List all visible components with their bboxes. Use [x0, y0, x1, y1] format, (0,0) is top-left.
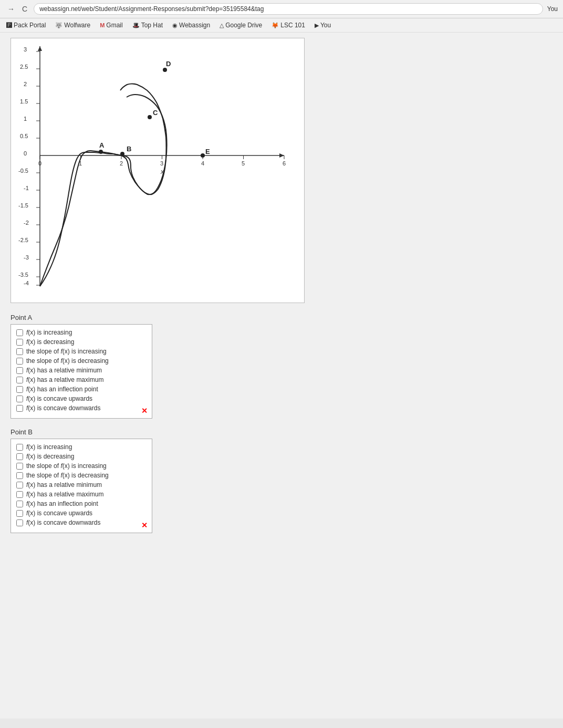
point-a-option-6[interactable]: f(x) has a relative maximum	[16, 376, 147, 383]
bookmark-gmail[interactable]: M Gmail	[98, 20, 125, 30]
lsc-icon: 🦊	[272, 22, 279, 29]
point-a-option-5[interactable]: f(x) has a relative minimum	[16, 367, 147, 374]
point-b-checkbox-5[interactable]	[16, 482, 23, 488]
svg-text:3: 3	[160, 160, 163, 167]
svg-text:-0.5: -0.5	[18, 168, 28, 174]
bookmark-label: Gmail	[106, 22, 122, 29]
bookmark-you[interactable]: ▶ You	[312, 20, 333, 30]
point-b-option-8[interactable]: f(x) is concave upwards	[16, 509, 147, 517]
point-b-checkbox-2[interactable]	[16, 453, 23, 460]
point-b-option-label-1: f(x) is increasing	[26, 443, 72, 451]
point-b-close-button[interactable]: ✕	[141, 521, 148, 529]
point-b-option-1[interactable]: f(x) is increasing	[16, 443, 147, 451]
forward-button[interactable]: C	[20, 4, 29, 14]
point-b-checkbox-8[interactable]	[16, 510, 23, 517]
point-a-checkbox-2[interactable]	[16, 339, 23, 346]
wolfware-icon: 🐺	[55, 22, 62, 29]
point-a-label: A	[99, 141, 105, 149]
point-a-checkbox-5[interactable]	[16, 367, 23, 374]
point-a-option-7[interactable]: f(x) has an inflection point	[16, 386, 147, 393]
bookmark-label: Google Drive	[225, 22, 262, 29]
point-b-label-text: Point B	[11, 428, 552, 436]
point-a-option-3[interactable]: the slope of f(x) is increasing	[16, 348, 147, 355]
svg-text:0: 0	[24, 150, 27, 157]
point-a-option-label-5: f(x) has a relative minimum	[26, 367, 102, 374]
point-a-checkbox-6[interactable]	[16, 377, 23, 383]
point-b-option-label-2: f(x) is decreasing	[26, 453, 74, 460]
point-b-checkbox-9[interactable]	[16, 519, 23, 526]
svg-text:-1: -1	[24, 185, 29, 191]
point-b-option-label-8: f(x) is concave upwards	[26, 509, 92, 517]
point-a-option-4[interactable]: the slope of f(x) is decreasing	[16, 357, 147, 365]
svg-text:-4: -4	[24, 280, 29, 286]
point-b-option-2[interactable]: f(x) is decreasing	[16, 453, 147, 460]
browser-navigation: → C	[5, 4, 29, 14]
svg-text:4: 4	[201, 160, 204, 167]
svg-text:-1.5: -1.5	[18, 202, 28, 209]
point-d-dot	[163, 68, 167, 72]
bookmark-label: LSC 101	[280, 22, 305, 29]
point-b-option-9[interactable]: f(x) is concave downwards	[16, 519, 147, 526]
back-button[interactable]: →	[5, 4, 17, 14]
svg-text:-2.5: -2.5	[18, 237, 28, 243]
point-b-checkbox-1[interactable]	[16, 444, 23, 451]
gmail-icon: M	[100, 22, 105, 28]
point-b-option-5[interactable]: f(x) has a relative minimum	[16, 481, 147, 488]
point-a-option-2[interactable]: f(x) is decreasing	[16, 338, 147, 346]
you-label: You	[547, 5, 558, 13]
point-a-checkbox-8[interactable]	[16, 396, 23, 402]
point-a-checkbox-3[interactable]	[16, 348, 23, 355]
point-b-option-4[interactable]: the slope of f(x) is decreasing	[16, 472, 147, 479]
svg-text:2: 2	[120, 160, 123, 167]
url-text: webassign.net/web/Student/Assignment-Res…	[39, 5, 264, 13]
point-b-option-label-5: f(x) has a relative minimum	[26, 481, 102, 488]
point-b-checkbox-4[interactable]	[16, 472, 23, 479]
point-a-close-button[interactable]: ✕	[141, 407, 148, 415]
bookmark-tophat[interactable]: 🎩 Top Hat	[130, 20, 165, 30]
point-a-checkbox-box: f(x) is increasing f(x) is decreasing th…	[11, 324, 152, 419]
point-a-checkbox-7[interactable]	[16, 386, 23, 393]
svg-text:1: 1	[24, 116, 27, 122]
svg-text:-3.5: -3.5	[18, 272, 28, 278]
tophat-icon: 🎩	[132, 22, 140, 29]
svg-text:2.5: 2.5	[20, 64, 28, 70]
bookmark-lsc101[interactable]: 🦊 LSC 101	[269, 20, 307, 30]
point-c-dot	[148, 115, 152, 119]
svg-marker-46	[279, 153, 284, 158]
point-b-option-7[interactable]: f(x) has an inflection point	[16, 500, 147, 507]
point-a-option-9[interactable]: f(x) is concave downwards	[16, 404, 147, 412]
point-a-dot	[99, 150, 103, 154]
point-b-option-label-3: the slope of f(x) is increasing	[26, 462, 107, 470]
point-b-option-label-9: f(x) is concave downwards	[26, 519, 100, 526]
svg-marker-45	[38, 46, 42, 51]
point-a-checkbox-1[interactable]	[16, 329, 23, 336]
url-bar[interactable]: webassign.net/web/Student/Assignment-Res…	[34, 3, 543, 15]
point-b-checkbox-6[interactable]	[16, 491, 23, 498]
point-a-option-label-8: f(x) is concave upwards	[26, 395, 92, 402]
graph-container: 3 2.5 2 1.5 1 0.5 0 -0.5 -1 -1.5 -2 -2.5…	[11, 38, 305, 303]
bookmark-label: You	[320, 22, 331, 29]
svg-text:2: 2	[24, 81, 27, 87]
point-b-checkbox-3[interactable]	[16, 463, 23, 470]
point-a-option-1[interactable]: f(x) is increasing	[16, 329, 147, 336]
bookmark-pack-portal[interactable]: 🅿 Pack Portal	[4, 20, 48, 30]
svg-text:5: 5	[242, 160, 245, 167]
bookmark-google-drive[interactable]: △ Google Drive	[217, 20, 264, 30]
point-b-checkbox-7[interactable]	[16, 501, 23, 507]
point-b-option-3[interactable]: the slope of f(x) is increasing	[16, 462, 147, 470]
point-b-option-6[interactable]: f(x) has a relative maximum	[16, 491, 147, 498]
point-b-option-label-7: f(x) has an inflection point	[26, 500, 98, 507]
point-a-option-8[interactable]: f(x) is concave upwards	[16, 395, 147, 402]
point-e-label: E	[205, 148, 210, 155]
svg-text:6: 6	[283, 160, 286, 167]
bookmark-label: Pack Portal	[14, 22, 46, 29]
bookmark-webassign[interactable]: ◉ Webassign	[170, 20, 212, 30]
you-icon: ▶	[315, 22, 319, 29]
point-a-checkbox-4[interactable]	[16, 358, 23, 365]
point-a-checkbox-9[interactable]	[16, 405, 23, 412]
bookmark-wolfware[interactable]: 🐺 Wolfware	[53, 20, 92, 30]
svg-text:-2: -2	[24, 220, 29, 226]
point-a-option-label-6: f(x) has a relative maximum	[26, 376, 103, 383]
point-d-label: D	[166, 60, 171, 68]
point-a-option-label-1: f(x) is increasing	[26, 329, 72, 336]
